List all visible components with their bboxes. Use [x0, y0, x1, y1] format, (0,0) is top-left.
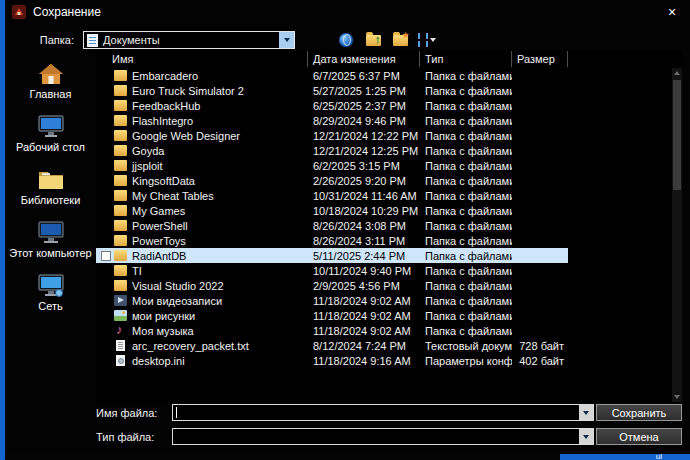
text-caret: [176, 407, 177, 418]
file-row[interactable]: Google Web Designer 12/21/2024 12:22 PM …: [96, 128, 568, 143]
file-type: Папка с файлами: [420, 295, 512, 307]
file-row[interactable]: jjsploit 6/2/2025 3:15 PM Папка с файлам…: [96, 158, 568, 173]
vertical-scrollbar[interactable]: [672, 68, 682, 402]
sidebar-item-desktop[interactable]: Рабочий стол: [5, 111, 96, 153]
file-row[interactable]: Goyda 12/21/2024 12:25 PM Папка с файлам…: [96, 143, 568, 158]
filename-input[interactable]: [172, 404, 594, 421]
title-bar[interactable]: Сохранение ×: [5, 0, 690, 24]
save-button[interactable]: Сохранить: [596, 404, 682, 421]
file-name: KingsoftData: [132, 175, 195, 187]
file-name: Google Web Designer: [132, 130, 240, 142]
folder-dropdown-button[interactable]: [279, 32, 294, 48]
file-type: Папка с файлами: [420, 190, 512, 202]
file-row[interactable]: desktop.ini 11/18/2024 9:16 AM Параметры…: [96, 353, 568, 368]
file-icon: [114, 280, 127, 291]
file-row[interactable]: My Games 10/18/2024 10:29 PM Папка с фай…: [96, 203, 568, 218]
list-header: Имя Дата изменения Тип Размер: [96, 50, 682, 68]
dialog-footer: Имя файла: Сохранить Тип файла: Отмена: [96, 404, 682, 452]
file-icon: [114, 325, 127, 336]
libraries-icon: [37, 164, 65, 192]
file-row[interactable]: Embarcadero 6/7/2025 6:37 PM Папка с фай…: [96, 68, 568, 83]
folder-combobox-value: Документы: [103, 34, 160, 46]
file-row[interactable]: PowerToys 8/26/2024 3:11 PM Папка с файл…: [96, 233, 568, 248]
file-date: 5/11/2025 2:44 PM: [308, 250, 420, 262]
up-one-level-icon: ↑: [366, 35, 381, 46]
file-date: 5/27/2025 1:25 PM: [308, 85, 420, 97]
filetype-dropdown-button[interactable]: [579, 429, 593, 444]
documents-folder-icon: [87, 34, 98, 47]
file-row[interactable]: KingsoftData 2/26/2025 9:20 PM Папка с ф…: [96, 173, 568, 188]
create-new-folder-button[interactable]: ★: [391, 31, 409, 49]
filename-dropdown-button[interactable]: [579, 405, 593, 420]
file-name: FlashIntegro: [132, 115, 193, 127]
file-name: jjsploit: [132, 160, 163, 172]
file-name: PowerToys: [132, 235, 186, 247]
file-row[interactable]: Мои видеозаписи 11/18/2024 9:02 AM Папка…: [96, 293, 568, 308]
file-date: 2/26/2025 9:20 PM: [308, 175, 420, 187]
file-type: Папка с файлами: [420, 70, 512, 82]
file-row[interactable]: Euro Truck Simulator 2 5/27/2025 1:25 PM…: [96, 83, 568, 98]
file-icon: [114, 70, 127, 81]
last-folder-visited-button[interactable]: [337, 31, 355, 49]
file-date: 8/26/2024 3:08 PM: [308, 220, 420, 232]
file-row[interactable]: arc_recovery_packet.txt 8/12/2024 7:24 P…: [96, 338, 568, 353]
file-name: Embarcadero: [132, 70, 198, 82]
file-icon: [114, 220, 127, 231]
file-date: 8/29/2024 9:46 PM: [308, 115, 420, 127]
file-date: 8/26/2024 3:11 PM: [308, 235, 420, 247]
file-row[interactable]: Visual Studio 2022 2/9/2025 4:56 PM Папк…: [96, 278, 568, 293]
file-date: 10/18/2024 10:29 PM: [308, 205, 420, 217]
file-row[interactable]: FeedbackHub 6/25/2025 2:37 PM Папка с фа…: [96, 98, 568, 113]
sidebar-item-this-pc[interactable]: Этот компьютер: [5, 217, 96, 259]
file-date: 2/9/2025 4:56 PM: [308, 280, 420, 292]
file-row[interactable]: PowerShell 8/26/2024 3:08 PM Папка с фай…: [96, 218, 568, 233]
file-name: мои рисунки: [132, 310, 195, 322]
sidebar-item-network[interactable]: Сеть: [5, 270, 96, 312]
file-type: Папка с файлами: [420, 205, 512, 217]
scroll-up-icon[interactable]: [672, 68, 682, 78]
up-one-level-button[interactable]: ↑: [364, 31, 382, 49]
file-icon: [114, 190, 127, 201]
file-type: Папка с файлами: [420, 235, 512, 247]
places-sidebar: Главная Рабочий стол Библио: [5, 58, 96, 323]
file-row[interactable]: мои рисунки 11/18/2024 9:02 AM Папка с ф…: [96, 308, 568, 323]
file-type: Папка с файлами: [420, 175, 512, 187]
sidebar-item-libraries[interactable]: Библиотеки: [5, 164, 96, 206]
file-name: Моя музыка: [132, 325, 194, 337]
file-date: 10/31/2024 11:46 AM: [308, 190, 420, 202]
file-date: 12/21/2024 12:22 PM: [308, 130, 420, 142]
view-menu-button[interactable]: [418, 31, 436, 49]
file-name: Euro Truck Simulator 2: [132, 85, 244, 97]
file-type: Папка с файлами: [420, 160, 512, 172]
column-header-size[interactable]: Размер: [512, 51, 568, 67]
file-date: 6/25/2025 2:37 PM: [308, 100, 420, 112]
file-name: Goyda: [132, 145, 164, 157]
up-arrow-icon: ↑: [375, 34, 381, 45]
sidebar-item-label: Главная: [30, 88, 72, 100]
scroll-down-icon[interactable]: [674, 395, 680, 399]
row-checkbox[interactable]: [101, 251, 111, 261]
file-type: Папка с файлами: [420, 265, 512, 277]
column-header-name[interactable]: Имя: [96, 51, 308, 67]
scroll-thumb[interactable]: [673, 80, 681, 190]
file-row[interactable]: FlashIntegro 8/29/2024 9:46 PM Папка с ф…: [96, 113, 568, 128]
file-type: Папка с файлами: [420, 130, 512, 142]
folder-combobox[interactable]: Документы: [83, 31, 295, 49]
column-header-type[interactable]: Тип: [420, 51, 512, 67]
cancel-button[interactable]: Отмена: [596, 428, 682, 445]
file-name: PowerShell: [132, 220, 188, 232]
column-header-filler: [568, 51, 682, 67]
sidebar-item-home[interactable]: Главная: [5, 58, 96, 100]
column-header-date[interactable]: Дата изменения: [308, 51, 420, 67]
file-name: My Cheat Tables: [132, 190, 214, 202]
file-row[interactable]: Моя музыка 11/18/2024 9:02 AM Папка с фа…: [96, 323, 568, 338]
file-name: My Games: [132, 205, 185, 217]
desktop-background-bottom: ul: [560, 454, 690, 460]
file-row[interactable]: TI 10/11/2024 9:40 PM Папка с файлами: [96, 263, 568, 278]
file-row[interactable]: My Cheat Tables 10/31/2024 11:46 AM Папк…: [96, 188, 568, 203]
file-icon: [114, 295, 127, 306]
file-row[interactable]: RadiAntDB 5/11/2025 2:44 PM Папка с файл…: [96, 248, 568, 263]
close-button[interactable]: ×: [654, 0, 690, 24]
toolbar-icons: ↑ ★: [337, 31, 436, 49]
filetype-select[interactable]: [172, 428, 594, 445]
